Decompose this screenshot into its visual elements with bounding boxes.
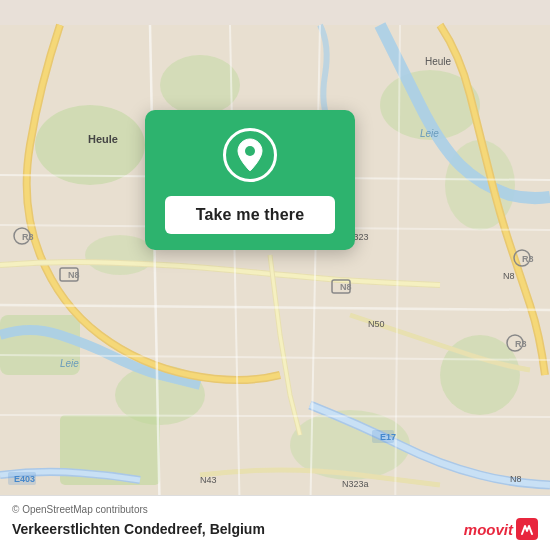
location-name-row: Verkeerstlichten Condedreef, Belgium moo… bbox=[12, 518, 538, 540]
moovit-logo-text: moovit bbox=[464, 521, 513, 538]
svg-text:Heule: Heule bbox=[88, 133, 118, 145]
bottom-info-bar: © OpenStreetMap contributors Verkeerstli… bbox=[0, 495, 550, 550]
moovit-icon bbox=[516, 518, 538, 540]
svg-text:N50: N50 bbox=[368, 319, 385, 329]
svg-text:N8: N8 bbox=[510, 474, 522, 484]
svg-text:N43: N43 bbox=[200, 475, 217, 485]
moovit-logo: moovit bbox=[464, 518, 538, 540]
location-card: Take me there bbox=[145, 110, 355, 250]
svg-point-1 bbox=[35, 105, 145, 185]
svg-text:Leie: Leie bbox=[420, 128, 439, 139]
svg-point-45 bbox=[245, 146, 255, 156]
svg-text:Leie: Leie bbox=[60, 358, 79, 369]
take-me-there-button[interactable]: Take me there bbox=[165, 196, 335, 234]
pin-icon-wrapper bbox=[223, 128, 277, 182]
svg-text:Heule: Heule bbox=[425, 56, 452, 67]
location-name: Verkeerstlichten Condedreef, Belgium bbox=[12, 521, 265, 537]
app-container: R8 N8 R8 N8 N323 N50 E17 N43 R8 N8 E403 … bbox=[0, 0, 550, 550]
map-background[interactable]: R8 N8 R8 N8 N323 N50 E17 N43 R8 N8 E403 … bbox=[0, 0, 550, 550]
svg-text:N8: N8 bbox=[503, 271, 515, 281]
svg-point-2 bbox=[160, 55, 240, 115]
map-pin-icon bbox=[234, 137, 266, 173]
svg-rect-38 bbox=[8, 472, 36, 485]
osm-attribution: © OpenStreetMap contributors bbox=[12, 504, 538, 515]
svg-text:N323a: N323a bbox=[342, 479, 369, 489]
svg-rect-32 bbox=[372, 430, 394, 443]
